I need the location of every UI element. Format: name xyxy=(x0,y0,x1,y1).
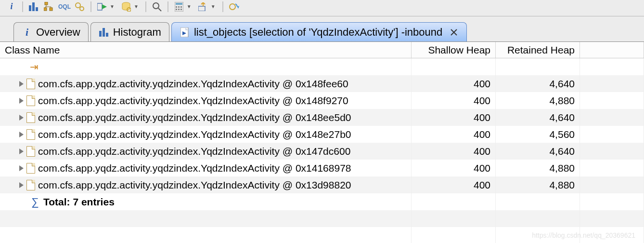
cell-shallow-heap: 400 xyxy=(412,143,496,160)
svg-rect-1 xyxy=(32,2,35,11)
expand-icon[interactable] xyxy=(19,165,24,171)
filter-class-name[interactable]: ⇥ xyxy=(0,58,412,75)
object-icon xyxy=(26,95,35,106)
cell-shallow-heap: 400 xyxy=(412,160,496,176)
close-icon[interactable] xyxy=(449,27,459,37)
class-name-text: com.cfs.app.yqdz.activity.yqdzindex.Yqdz… xyxy=(38,129,351,140)
cell-shallow-heap: 400 xyxy=(412,92,496,109)
cell-class-name: com.cfs.app.yqdz.activity.yqdzindex.Yqdz… xyxy=(0,75,412,92)
oql-icon[interactable]: OQL xyxy=(58,1,71,13)
cell-retained-heap: 4,640 xyxy=(496,143,580,160)
empty-row xyxy=(0,210,644,227)
table-row[interactable]: com.cfs.app.yqdz.activity.yqdzindex.Yqdz… xyxy=(0,143,644,160)
svg-rect-21 xyxy=(180,9,182,10)
svg-rect-27 xyxy=(106,33,108,37)
svg-point-23 xyxy=(230,4,235,10)
class-name-text: com.cfs.app.yqdz.activity.yqdzindex.Yqdz… xyxy=(38,146,350,157)
tab-list-objects[interactable]: list_objects [selection of 'YqdzIndexAct… xyxy=(171,22,467,41)
class-name-text: com.cfs.app.yqdz.activity.yqdzindex.Yqdz… xyxy=(38,78,348,90)
tab-label: Overview xyxy=(36,26,80,39)
column-header-class-name[interactable]: Class Name xyxy=(0,42,412,58)
svg-rect-16 xyxy=(176,6,177,8)
svg-rect-18 xyxy=(180,6,182,8)
editor-tabstrip: i Overview Histogram list_objects [selec… xyxy=(0,19,644,41)
cell-retained-heap: 4,640 xyxy=(496,109,580,126)
toolbar-separator xyxy=(222,1,223,12)
dropdown-arrow-icon[interactable]: ▼ xyxy=(211,4,216,9)
svg-point-7 xyxy=(80,7,84,11)
svg-rect-4 xyxy=(44,8,47,11)
info-icon: i xyxy=(22,27,32,38)
info-icon[interactable]: i xyxy=(5,1,18,13)
cell-class-name: com.cfs.app.yqdz.activity.yqdzindex.Yqdz… xyxy=(0,126,412,143)
calculator-icon[interactable] xyxy=(172,1,186,13)
main-toolbar: i OQL ▼ ▼ ▼ ▼ xyxy=(0,0,644,16)
cell-retained-heap: 4,560 xyxy=(496,126,580,143)
table-row[interactable]: com.cfs.app.yqdz.activity.yqdzindex.Yqdz… xyxy=(0,75,644,92)
filter-icon: ⇥ xyxy=(30,61,39,73)
svg-point-12 xyxy=(153,3,159,9)
histogram-icon[interactable] xyxy=(27,1,40,13)
expand-icon[interactable] xyxy=(19,81,24,87)
expand-icon[interactable] xyxy=(19,115,24,121)
tab-histogram[interactable]: Histogram xyxy=(90,22,169,41)
object-icon xyxy=(26,79,35,89)
database-icon[interactable] xyxy=(119,1,133,13)
filter-shallow[interactable] xyxy=(412,58,496,75)
class-name-text: com.cfs.app.yqdz.activity.yqdzindex.Yqdz… xyxy=(38,95,348,107)
table-row[interactable]: com.cfs.app.yqdz.activity.yqdzindex.Yqdz… xyxy=(0,176,644,193)
tree-icon[interactable] xyxy=(42,1,56,13)
export-icon[interactable] xyxy=(196,1,210,13)
svg-rect-15 xyxy=(176,3,182,5)
svg-line-13 xyxy=(158,8,161,11)
sigma-icon: ∑ xyxy=(30,196,40,208)
table-row[interactable]: com.cfs.app.yqdz.activity.yqdzindex.Yqdz… xyxy=(0,92,644,109)
toolbar-separator xyxy=(22,1,23,12)
table-row[interactable]: com.cfs.app.yqdz.activity.yqdzindex.Yqdz… xyxy=(0,109,644,126)
object-icon xyxy=(26,112,35,123)
cell-class-name: com.cfs.app.yqdz.activity.yqdzindex.Yqdz… xyxy=(0,109,412,126)
run-query-icon[interactable] xyxy=(95,1,109,13)
cell-class-name: com.cfs.app.yqdz.activity.yqdzindex.Yqdz… xyxy=(0,176,412,193)
expand-icon[interactable] xyxy=(19,132,24,137)
search-icon[interactable] xyxy=(150,1,164,13)
svg-rect-25 xyxy=(99,31,102,37)
column-header-retained-heap[interactable]: Retained Heap xyxy=(496,42,580,58)
cell-retained-heap: 4,880 xyxy=(496,92,580,109)
filter-retained[interactable] xyxy=(496,58,580,75)
expand-icon[interactable] xyxy=(19,182,24,188)
svg-rect-20 xyxy=(178,9,180,10)
class-name-text: com.cfs.app.yqdz.activity.yqdzindex.Yqdz… xyxy=(38,162,351,174)
empty-row xyxy=(0,227,644,243)
svg-rect-2 xyxy=(36,7,38,11)
table-row[interactable]: com.cfs.app.yqdz.activity.yqdzindex.Yqdz… xyxy=(0,126,644,143)
svg-rect-0 xyxy=(29,5,31,11)
refresh-gear-icon[interactable] xyxy=(227,1,241,13)
table-row[interactable]: com.cfs.app.yqdz.activity.yqdzindex.Yqdz… xyxy=(0,160,644,176)
total-row: ∑Total: 7 entries xyxy=(0,193,644,210)
expand-icon[interactable] xyxy=(19,148,24,154)
filter-row: ⇥ xyxy=(0,58,644,75)
dropdown-arrow-icon[interactable]: ▼ xyxy=(134,4,139,9)
svg-rect-19 xyxy=(176,9,177,10)
dropdown-arrow-icon[interactable]: ▼ xyxy=(187,4,192,9)
toolbar-separator xyxy=(90,1,91,12)
class-name-text: com.cfs.app.yqdz.activity.yqdzindex.Yqdz… xyxy=(38,179,351,191)
object-icon xyxy=(26,146,35,157)
cell-shallow-heap: 400 xyxy=(412,176,496,193)
object-icon xyxy=(26,163,35,174)
cell-shallow-heap: 400 xyxy=(412,109,496,126)
tab-overview[interactable]: i Overview xyxy=(13,22,89,41)
svg-rect-5 xyxy=(50,8,52,11)
svg-rect-3 xyxy=(45,2,48,5)
cell-class-name: com.cfs.app.yqdz.activity.yqdzindex.Yqdz… xyxy=(0,143,412,160)
column-header-spacer xyxy=(580,42,644,58)
expand-icon[interactable] xyxy=(19,98,24,104)
histogram-icon xyxy=(99,27,109,38)
dropdown-arrow-icon[interactable]: ▼ xyxy=(110,4,115,9)
svg-rect-26 xyxy=(103,28,105,37)
cell-total: ∑Total: 7 entries xyxy=(0,193,412,210)
gears-icon[interactable] xyxy=(73,1,87,13)
column-header-shallow-heap[interactable]: Shallow Heap xyxy=(412,42,496,58)
results-table: Class Name Shallow Heap Retained Heap ⇥c… xyxy=(0,41,644,243)
